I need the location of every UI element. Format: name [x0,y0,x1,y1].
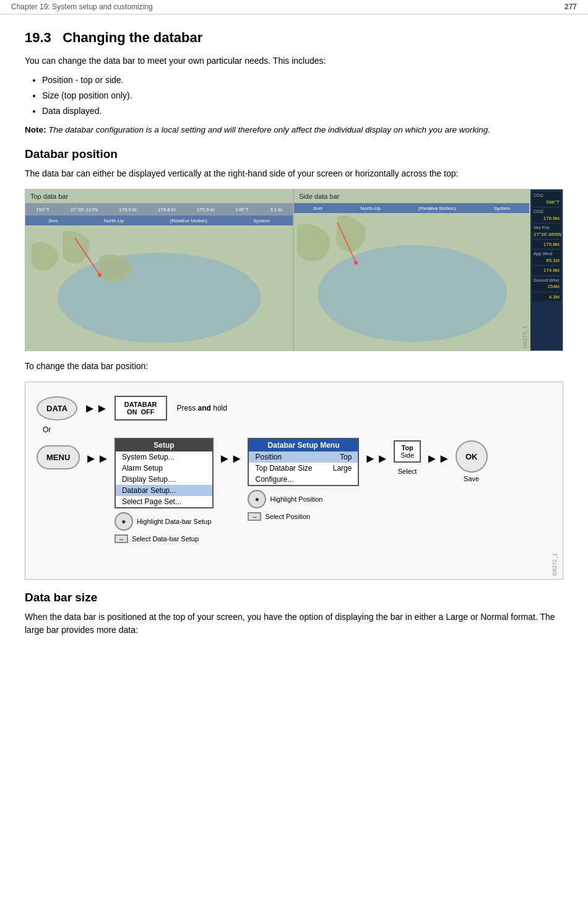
arrow-3: ►► [218,451,243,466]
databar-position-body: The data bar can either be displayed ver… [25,167,563,180]
subheading-data-bar-size: Data bar size [25,591,563,604]
bullet-item-1: Position - top or side. [42,74,563,87]
setup-section: Setup System Setup... Alarm Setup Displa… [115,438,214,543]
ok-button[interactable]: OK [456,440,488,473]
setup-popup: Setup System Setup... Alarm Setup Displa… [115,438,214,508]
databar-pos-label: Position [255,453,282,461]
note-text: The databar configuration is a local set… [48,125,490,134]
setup-item-5[interactable]: Select Page Set... [116,496,212,507]
side-data-bar-label: Side data bar [299,193,339,200]
section-title: Changing the databar [63,30,202,45]
select-databar-row: ↔ Select Data-bar Setup [115,534,214,543]
page-number: 277 [564,2,577,11]
note-paragraph: Note: The databar configuration is a loc… [25,124,563,136]
subheading-databar-position: Databar position [25,147,563,161]
page: Chapter 19: System setup and customizing… [0,0,588,654]
databar-setup-row-2: Configure... [249,474,358,485]
svg-point-7 [354,261,358,264]
section-heading: 19.3 Changing the databar [25,30,563,46]
top-side-button[interactable]: Top Side [394,440,421,463]
save-label: Save [464,475,479,482]
joystick-highlight-databar: ● [115,512,133,531]
top-data-bar-map: Top data bar 154°T 27°39'.117N 178.6 kt … [25,190,294,351]
joystick-highlight-pos: ● [248,490,266,508]
chapter-title: Chapter 19: System setup and customizing [11,2,153,11]
ok-label: OK [465,453,478,461]
figure-id: D8273_1 [522,326,528,349]
highlight-position-row: ● Highlight Position [248,490,359,508]
menu-button[interactable]: MENU [37,445,80,469]
or-label: Or [43,425,551,434]
bullet-list: Position - top or side. Size (top positi… [42,74,563,118]
data-bar-size-body: When the data bar is positioned at the t… [25,611,563,637]
ok-save-section: OK Save [456,440,488,482]
select-databar-setup-label: Select Data-bar Setup [132,535,199,543]
data-button[interactable]: DATA [37,396,77,421]
menu-row: MENU ►► Setup System Setup... Alarm Setu… [37,438,551,543]
select-text: Select [398,468,417,475]
side-option: Side [400,451,415,459]
highlight-databar-setup-label: Highlight Data-bar Setup [137,518,211,525]
databar-on-off: ON OFF [124,408,157,416]
dual-map-figure: Top data bar 154°T 27°39'.117N 178.6 kt … [25,189,563,351]
setup-item-3[interactable]: Display Setup.... [116,474,212,485]
highlight-position-label: Highlight Position [270,495,322,503]
arrow-horizontal-icon: ↔ [248,512,261,521]
nav-figure-id: D8272_1 [551,553,558,576]
select-position-label: Select Position [265,513,310,520]
menu-button-label: MENU [46,453,70,462]
page-content: 19.3 Changing the databar You can change… [0,15,588,654]
header-bar: Chapter 19: System setup and customizing… [0,0,588,15]
arrow-2: ►► [85,451,110,466]
top-map-svg [25,225,293,351]
databar-onoff-box: DATABAR ON OFF [115,396,167,421]
data-row: DATA ►► DATABAR ON OFF Press and hold [37,396,551,421]
databar-off: OFF [141,408,154,416]
databar-setup-section: Databar Setup Menu Position Top Top Data… [248,438,359,521]
side-map-svg [294,213,530,351]
svg-point-1 [58,253,261,343]
nav-diagram-intro: To change the data bar position: [25,360,563,373]
bullet-item-3: Data displayed. [42,105,563,118]
databar-setup-menu-title: Databar Setup Menu [249,439,358,451]
select-position-row: ↔ Select Position [248,512,359,521]
databar-config-label: Configure... [255,475,293,484]
databar-on: ON [127,408,137,416]
databar-size-label: Top Databar Size [255,464,312,473]
map-label-row: 3nm North-Up (Relative Motion) System [25,216,293,225]
databar-pos-value: Top [340,453,352,461]
databar-label: DATABAR [124,401,157,408]
setup-item-2[interactable]: Alarm Setup [116,463,212,474]
arrow-left-right-icon: ↔ [115,534,128,543]
databar-setup-popup: Databar Setup Menu Position Top Top Data… [248,438,359,486]
top-side-section: Top Side Select [394,440,421,475]
note-label: Note: [25,125,46,134]
bullet-item-2: Size (top position only). [42,89,563,102]
menu-button-wrapper: MENU [37,445,80,469]
databar-setup-row-0: Position Top [249,451,358,463]
highlight-databar-row: ● Highlight Data-bar Setup [115,512,214,531]
databar-size-value: Large [333,464,352,473]
top-option: Top [400,444,415,451]
top-data-bar-label: Top data bar [30,193,68,200]
arrow-1: ►► [84,401,108,416]
press-and-hold-label: Press and hold [177,404,227,412]
side-data-bar-strip: COG096°T COG176.6kt Ves Pos27°38'.869W 1… [530,190,563,351]
data-button-label: DATA [46,404,67,413]
setup-popup-title: Setup [116,439,212,451]
dual-map-container: Top data bar 154°T 27°39'.117N 178.6 kt … [25,190,563,351]
arrow-5: ►► [426,451,451,466]
side-map-label-row: 3nm North-Up (Relative Motion) System [294,203,529,213]
svg-point-3 [98,273,102,277]
section-number: 19.3 [25,30,51,45]
svg-point-5 [318,245,507,342]
setup-item-4[interactable]: Databar Setup... [116,485,212,496]
setup-item-1[interactable]: System Setup... [116,451,212,463]
top-data-bar-strip: 154°T 27°39'.117N 178.6 kt 178.6 kt 175.… [25,203,293,216]
databar-setup-row-1: Top Databar Size Large [249,463,358,474]
arrow-4: ►► [364,451,389,466]
navigation-diagram: DATA ►► DATABAR ON OFF Press and hold [25,381,563,580]
intro-paragraph: You can change the data bar to meet your… [25,54,563,68]
